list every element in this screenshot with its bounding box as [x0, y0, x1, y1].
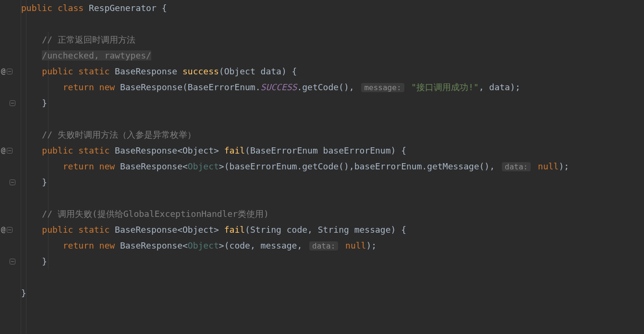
kw-public: public — [42, 145, 73, 155]
at-icon: @ — [1, 63, 6, 79]
return-type: BaseResponse — [115, 66, 177, 76]
enum-const: SUCCESS — [261, 82, 297, 92]
kw-return: return — [63, 240, 94, 250]
code-line[interactable]: /unchecked, rawtypes/ — [21, 48, 644, 63]
kw-new: new — [99, 161, 115, 171]
code-text: (code, message, — [224, 240, 307, 250]
fold-collapse-icon[interactable] — [7, 148, 12, 154]
fold-expand-icon[interactable] — [10, 179, 15, 185]
code-line[interactable] — [21, 190, 644, 206]
code-line[interactable] — [21, 269, 644, 285]
param-hint: message: — [361, 83, 404, 92]
brace: { — [157, 3, 167, 13]
brace: } — [21, 288, 26, 298]
string-literal: "接口调用成功!" — [411, 82, 479, 92]
code-line[interactable] — [21, 16, 644, 32]
code-text: > — [219, 240, 224, 250]
kw-return: return — [63, 161, 94, 171]
gutter-fold-icon[interactable] — [0, 95, 21, 111]
code-line[interactable]: // 调用失败(提供给GlobalExceptionHandler类使用) — [21, 206, 644, 222]
at-icon: @ — [1, 143, 6, 158]
brace: } — [42, 256, 47, 266]
kw-null: null — [345, 240, 366, 250]
ctor-type: BaseResponse< — [120, 161, 188, 171]
code-line[interactable]: } — [21, 253, 644, 269]
ctor-type: BaseResponse — [120, 82, 182, 92]
gutter-fold-icon[interactable] — [0, 253, 21, 269]
brace: } — [42, 177, 47, 187]
ctor-type: BaseResponse< — [120, 240, 188, 250]
kw-static: static — [78, 66, 109, 76]
code-line[interactable]: public static BaseResponse<Object> fail(… — [21, 222, 644, 238]
class-name: RespGenerator — [89, 3, 157, 13]
code-line[interactable]: return new BaseResponse<Object>(baseErro… — [21, 158, 644, 174]
param-hint: data: — [502, 162, 531, 171]
code-line[interactable]: public static BaseResponse success(Objec… — [21, 63, 644, 79]
method-name: fail — [224, 145, 245, 155]
code-line[interactable]: } — [21, 95, 644, 111]
kw-static: static — [78, 145, 109, 155]
fold-expand-icon[interactable] — [10, 259, 15, 264]
code-line[interactable]: } — [21, 174, 644, 190]
code-line[interactable]: // 失败时调用方法（入参是异常枚举） — [21, 127, 644, 143]
kw-public: public — [42, 66, 73, 76]
code-line[interactable] — [21, 111, 644, 127]
code-line[interactable]: } — [21, 285, 644, 301]
kw-public: public — [21, 3, 52, 13]
fold-collapse-icon[interactable] — [7, 69, 12, 74]
code-text: , data); — [479, 82, 521, 92]
code-text: (baseErrorEnum.getCode(),baseErrorEnum.g… — [224, 161, 500, 171]
method-name: success — [182, 66, 219, 76]
code-line[interactable]: return new BaseResponse(BaseErrorEnum.SU… — [21, 79, 644, 95]
code-area[interactable]: public class RespGenerator { // 正常返回时调用方… — [21, 0, 644, 334]
gutter-annotation-icon[interactable]: @ — [0, 222, 21, 238]
comment: // 调用失败(提供给GlobalExceptionHandler类使用) — [42, 209, 269, 219]
brace: } — [42, 98, 47, 108]
code-editor[interactable]: @ @ @ public class RespGenerator { // 正常… — [0, 0, 644, 334]
at-icon: @ — [1, 222, 6, 238]
return-type: BaseResponse<Object> — [115, 145, 219, 155]
code-text: .getCode(), — [297, 82, 359, 92]
params: (String code, String message) { — [245, 225, 406, 235]
code-line[interactable]: return new BaseResponse<Object>(code, me… — [21, 238, 644, 253]
gutter-fold-icon[interactable] — [0, 174, 21, 190]
code-text: (BaseErrorEnum. — [182, 82, 261, 92]
comment: // 正常返回时调用方法 — [42, 35, 135, 45]
kw-return: return — [63, 82, 94, 92]
suppressed-comment: /unchecked, rawtypes/ — [42, 50, 151, 60]
fold-expand-icon[interactable] — [10, 100, 15, 106]
comment: // 失败时调用方法（入参是异常枚举） — [42, 130, 196, 140]
kw-static: static — [78, 225, 109, 235]
code-text: ); — [559, 161, 569, 171]
code-line[interactable]: // 正常返回时调用方法 — [21, 32, 644, 48]
params: (Object data) { — [219, 66, 297, 76]
gutter-annotation-icon[interactable]: @ — [0, 143, 21, 158]
kw-class: class — [58, 3, 84, 13]
code-line[interactable]: public static BaseResponse<Object> fail(… — [21, 143, 644, 158]
return-type: BaseResponse<Object> — [115, 225, 219, 235]
method-name: fail — [224, 225, 245, 235]
param-hint: data: — [309, 241, 338, 250]
fold-collapse-icon[interactable] — [7, 227, 12, 233]
kw-new: new — [99, 82, 115, 92]
code-text: > — [219, 161, 224, 171]
params: (BaseErrorEnum baseErrorEnum) { — [245, 145, 406, 155]
gutter: @ @ @ — [0, 0, 21, 334]
kw-public: public — [42, 225, 73, 235]
generic-type: Object — [188, 240, 219, 250]
kw-new: new — [99, 240, 115, 250]
generic-type: Object — [188, 161, 219, 171]
code-text: ); — [366, 240, 377, 250]
code-line[interactable]: public class RespGenerator { — [21, 0, 644, 16]
kw-null: null — [538, 161, 559, 171]
gutter-annotation-icon[interactable]: @ — [0, 63, 21, 79]
